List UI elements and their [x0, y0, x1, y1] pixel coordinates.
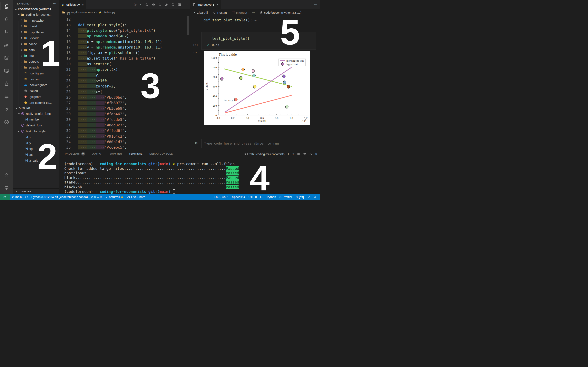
explorer-more-icon[interactable]: ⋯: [53, 2, 56, 6]
tree-item-__pycache__[interactable]: __pycache__: [13, 17, 59, 24]
outline-title: OUTLINE: [19, 107, 30, 109]
close-icon[interactable]: ×: [217, 3, 218, 6]
outline-header[interactable]: OUTLINE: [13, 106, 59, 111]
source-control-icon[interactable]: [0, 26, 13, 39]
tree-item--flake8[interactable]: .flake8: [13, 88, 59, 94]
timeline-header[interactable]: TIMELINE: [13, 188, 59, 194]
status-item-0[interactable]: ⊘0△9: [89, 194, 103, 200]
settings-icon[interactable]: [0, 181, 13, 194]
run-dropdown-icon[interactable]: ∨: [138, 2, 143, 7]
status-item-spaces-4[interactable]: Spaces: 4: [230, 194, 247, 200]
tree-item-coding-for-econo-[interactable]: coding-for-econo...: [13, 12, 59, 17]
run-file-button[interactable]: ▷: [133, 2, 138, 7]
status-label: [off]: [299, 195, 304, 199]
status-item-ln-8-col-1[interactable]: Ln 8, Col 1: [213, 194, 230, 200]
status-item-prettier[interactable]: ⊘Prettier: [278, 194, 294, 200]
tree-item--pre-commit-co-[interactable]: .pre-commit-co...: [13, 100, 59, 106]
code-line-35: 35············"#ccebc5",: [59, 145, 190, 150]
remote-indicator[interactable]: ><: [0, 194, 9, 200]
split-terminal-icon[interactable]: [297, 152, 300, 156]
accounts-icon[interactable]: [0, 168, 13, 181]
cell-more-icon[interactable]: ⋯: [193, 50, 197, 54]
tree-item-_toc-yml[interactable]: _toc.yml: [13, 76, 59, 82]
function-icon: [21, 129, 25, 133]
code-editor[interactable]: 111213def test_plot_style():14····plt.st…: [59, 15, 190, 150]
explorer-title: EXPLORER: [17, 2, 31, 5]
run-debug-icon[interactable]: [0, 39, 13, 51]
status-item-sync[interactable]: [23, 194, 30, 200]
live-share-icon[interactable]: [0, 103, 13, 116]
svg-text:200: 200: [213, 104, 217, 107]
line-content: ····np.random.seed(402): [78, 34, 129, 38]
kill-terminal-icon[interactable]: [303, 152, 306, 156]
panel-tab-output[interactable]: OUTPUT: [92, 152, 103, 157]
github-icon[interactable]: [0, 116, 13, 128]
status-item-bell[interactable]: [312, 194, 318, 200]
outline-item-really_useful_func[interactable]: really_useful_func: [13, 111, 59, 117]
more-actions-icon[interactable]: ⋯: [314, 3, 317, 7]
maximize-panel-icon[interactable]: [309, 152, 312, 156]
panel-tab-debug-console[interactable]: DEBUG CONSOLE: [149, 152, 173, 157]
feedback-icon: [307, 196, 310, 199]
folder-icon: [24, 66, 27, 69]
more-actions-icon[interactable]: ⋯: [252, 11, 255, 14]
live-share-icon: [127, 196, 130, 199]
testing-icon[interactable]: [0, 77, 13, 90]
extensions-icon[interactable]: [0, 51, 13, 64]
close-icon[interactable]: ×: [82, 3, 84, 6]
restart-button[interactable]: Restart: [213, 11, 227, 14]
tab-utilities-py[interactable]: utilities.py ×: [59, 0, 86, 9]
search-icon[interactable]: [0, 13, 13, 26]
panel-tab-jupyter[interactable]: JUPYTER: [110, 152, 122, 157]
outline-item-default_func[interactable]: default_func: [13, 122, 59, 128]
status-item-aeturrell[interactable]: aeturrell: [103, 194, 125, 200]
code-input[interactable]: Type code here and press ⇧Enter to run: [201, 139, 318, 148]
clear-all-label: Clear All: [197, 11, 208, 14]
tree-item--dockerignore[interactable]: .dockerignore: [13, 82, 59, 88]
files-icon[interactable]: [0, 0, 13, 13]
restart-kernel-icon[interactable]: [145, 2, 149, 7]
collapsed-code-line[interactable]: def test_plot_style(): ⋯: [204, 18, 257, 22]
prettier-icon: ⊘: [279, 195, 282, 199]
status-item-feedback[interactable]: [305, 194, 312, 200]
line-number: 21: [59, 67, 71, 72]
tree-item--gitignore[interactable]: .gitignore: [13, 94, 59, 100]
vscode-window: EXPLORER ⋯ CODEFORECON (WORKSP... coding…: [0, 0, 320, 200]
outline-item-number[interactable]: number: [13, 117, 59, 123]
status-item-python-3-8-12-64-bit-codeforecon-conda[interactable]: Python 3.8.12 64-bit ('codeforecon': con…: [30, 194, 89, 200]
divider: [200, 134, 316, 134]
clear-all-button[interactable]: × Clear All: [194, 11, 208, 14]
editor-toolbar: ▷ ∨ ⋯: [133, 0, 188, 9]
run-cell-icon[interactable]: [158, 2, 162, 7]
tree-item-_build[interactable]: _build: [13, 24, 59, 29]
debug-cell-icon[interactable]: [171, 2, 175, 7]
panel-tab-problems[interactable]: PROBLEMS9: [65, 152, 85, 157]
run-above-icon[interactable]: [151, 2, 156, 7]
tab-interactive-1[interactable]: Interactive-1 ×: [190, 0, 221, 9]
line-number: 30: [59, 117, 71, 122]
remote-explorer-icon[interactable]: [0, 64, 13, 77]
docker-icon[interactable]: [0, 90, 13, 103]
chevron-spacer: [20, 95, 23, 99]
run-input-icon[interactable]: ▷: [195, 141, 198, 145]
terminal-output[interactable]: (codeforecon) → coding-for-economists gi…: [64, 162, 239, 194]
panel-tab-terminal[interactable]: TERMINAL: [129, 152, 142, 157]
new-terminal-icon[interactable]: +: [287, 152, 290, 156]
close-panel-icon[interactable]: ×: [315, 152, 317, 156]
status-item-main[interactable]: main: [9, 194, 23, 200]
line-number: 27: [59, 101, 71, 105]
split-editor-icon[interactable]: [177, 2, 182, 7]
outline-item-test_plot_style[interactable]: test_plot_style: [13, 128, 59, 134]
editor-scrollbar[interactable]: [187, 16, 189, 35]
interrupt-button[interactable]: Interrupt: [232, 11, 247, 14]
line-content: ····plt.style.use("plot_style.txt"): [78, 28, 155, 33]
terminal-select[interactable]: zsh - coding-for-economists: [250, 152, 285, 156]
terminal-dropdown-icon[interactable]: ∨: [292, 153, 294, 155]
status-item-live-share[interactable]: Live Share: [125, 194, 147, 200]
code-line-20: 20····ax.scatter(: [59, 62, 190, 67]
workspace-root[interactable]: CODEFORECON (WORKSP...: [13, 7, 59, 12]
line-number: 35: [59, 145, 71, 150]
status-item-off[interactable]: ⊙[off]: [294, 194, 305, 200]
run-below-icon[interactable]: [164, 2, 169, 7]
more-actions-icon[interactable]: ⋯: [184, 2, 188, 7]
